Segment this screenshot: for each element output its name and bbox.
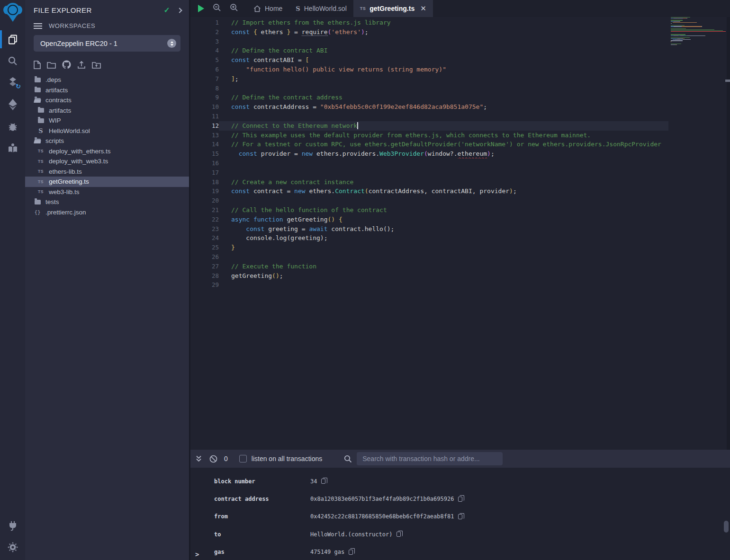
code-line[interactable]: 5const contractABI = [ xyxy=(190,55,668,65)
code-line[interactable]: 25} xyxy=(190,243,668,252)
chevron-right-icon[interactable] xyxy=(177,8,182,13)
line-number: 3 xyxy=(190,37,219,46)
code-line[interactable]: 17 xyxy=(190,168,668,178)
code-line[interactable]: 26 xyxy=(190,252,668,262)
check-icon[interactable]: ✓ xyxy=(164,6,170,15)
code-line[interactable]: 3 xyxy=(190,37,668,46)
file-name: WIP xyxy=(49,117,61,124)
file-tree-item[interactable]: artifacts xyxy=(25,106,189,116)
settings-icon[interactable] xyxy=(0,536,25,558)
copy-icon[interactable] xyxy=(458,497,462,502)
code-line[interactable]: 19const contract = new ethers.Contract(c… xyxy=(190,187,668,196)
zoom-out-icon[interactable] xyxy=(213,3,221,14)
debugger-icon[interactable] xyxy=(0,116,25,137)
code-text xyxy=(219,196,668,205)
remix-logo-icon[interactable] xyxy=(0,0,25,25)
terminal-prompt[interactable]: > xyxy=(195,551,199,558)
github-icon[interactable] xyxy=(62,60,71,69)
file-explorer-icon[interactable] xyxy=(0,28,25,50)
code-line[interactable]: 7]; xyxy=(190,74,668,84)
code-text xyxy=(219,159,668,168)
code-line[interactable]: 24 console.log(greeting); xyxy=(190,233,668,243)
code-text: // This example uses the default provide… xyxy=(219,131,668,140)
code-line[interactable]: 22async function getGreeting() { xyxy=(190,215,668,224)
code-line[interactable]: 29 xyxy=(190,280,668,290)
file-tree-item[interactable]: artifacts xyxy=(25,85,189,96)
unit-testing-icon[interactable] xyxy=(0,137,25,159)
copy-icon[interactable] xyxy=(458,514,462,519)
file-tree-item[interactable]: TSgetGreeting.ts xyxy=(25,177,189,187)
workspace-menu-icon[interactable] xyxy=(34,26,42,27)
run-script-icon[interactable] xyxy=(198,5,204,12)
file-tree-item[interactable]: scripts xyxy=(25,136,189,146)
tab-helloworld-sol[interactable]: SHelloWorld.sol xyxy=(289,0,353,17)
code-line[interactable]: 1// Import ethers from the ethers.js lib… xyxy=(190,18,668,27)
file-tree-item[interactable]: TSdeploy_with_web3.ts xyxy=(25,156,189,167)
file-name: contracts xyxy=(45,97,72,104)
code-text xyxy=(219,37,668,46)
code-line[interactable]: 8 xyxy=(190,84,668,93)
code-line[interactable]: 23 const greeting = await contract.hello… xyxy=(190,224,668,234)
deploy-run-icon[interactable] xyxy=(0,94,25,116)
search-icon[interactable] xyxy=(0,50,25,72)
file-tree-item[interactable]: TSdeploy_with_ethers.ts xyxy=(25,146,189,157)
file-name: getGreeting.ts xyxy=(49,178,89,185)
file-tree-item[interactable]: .deps xyxy=(25,75,189,85)
code-line[interactable]: 20 xyxy=(190,196,668,205)
folder-icon xyxy=(38,118,44,123)
code-text: // Import ethers from the ethers.js libr… xyxy=(219,18,668,27)
copy-icon[interactable] xyxy=(349,550,353,555)
code-line[interactable]: 13// This example uses the default provi… xyxy=(190,131,668,140)
code-text: } xyxy=(219,243,668,252)
workspace-select-toggle-icon[interactable] xyxy=(167,39,176,48)
code-line[interactable]: 18// Create a new contract instance xyxy=(190,178,668,187)
file-tree-item[interactable]: contracts xyxy=(25,95,189,106)
terminal-scrollbar[interactable] xyxy=(724,521,729,533)
clear-console-icon[interactable] xyxy=(209,455,217,463)
terminal-search-input[interactable] xyxy=(357,452,503,465)
code-line[interactable]: 11 xyxy=(190,112,668,121)
upload-file-icon[interactable] xyxy=(77,61,86,69)
collapse-terminal-icon[interactable] xyxy=(195,455,202,462)
copy-icon[interactable] xyxy=(321,479,325,484)
upload-folder-icon[interactable] xyxy=(92,61,101,69)
code-line[interactable]: 28getGreeting(); xyxy=(190,271,668,281)
activity-bar: ↻ xyxy=(0,0,25,560)
file-name: ethers-lib.ts xyxy=(49,168,82,175)
line-number: 24 xyxy=(190,233,219,243)
code-editor[interactable]: 1// Import ethers from the ethers.js lib… xyxy=(190,17,730,450)
code-line[interactable]: 21// Call the hello function of the cont… xyxy=(190,205,668,215)
solidity-compiler-icon[interactable]: ↻ xyxy=(0,72,25,94)
folder-open-icon xyxy=(35,98,41,103)
folder-icon xyxy=(35,200,41,204)
new-folder-icon[interactable] xyxy=(47,61,56,69)
copy-icon[interactable] xyxy=(397,532,401,537)
tab-getgreeting-ts[interactable]: TSgetGreeting.ts✕ xyxy=(353,0,433,17)
code-line[interactable]: 6 "function hello() public view returns … xyxy=(190,65,668,74)
code-line[interactable]: 12// Connect to the Ethereum network xyxy=(190,121,668,131)
code-line[interactable]: 10const contractAddress = "0xb54febb5c0c… xyxy=(190,102,668,112)
code-line[interactable]: 15 const provider = new ethers.providers… xyxy=(190,149,668,159)
code-line[interactable]: 14// For a testnet or custom RPC, use et… xyxy=(190,140,668,149)
new-file-icon[interactable] xyxy=(34,61,41,69)
file-tree-item[interactable]: TSethers-lib.ts xyxy=(25,167,189,177)
minimap[interactable] xyxy=(671,17,726,46)
code-line[interactable]: 4// Define the contract ABI xyxy=(190,46,668,55)
editor-scrollbar[interactable] xyxy=(727,17,730,450)
file-tree-item[interactable]: SHelloWorld.sol xyxy=(25,126,189,136)
code-line[interactable]: 16 xyxy=(190,159,668,168)
code-line[interactable]: 27// Execute the function xyxy=(190,262,668,271)
listen-transactions-checkbox[interactable] xyxy=(239,455,247,462)
code-line[interactable]: 9// Define the contract address xyxy=(190,93,668,102)
plugin-manager-icon[interactable] xyxy=(0,515,25,536)
tab-home[interactable]: Home xyxy=(247,0,289,17)
file-tree-item[interactable]: tests xyxy=(25,197,189,207)
close-icon[interactable]: ✕ xyxy=(420,4,426,13)
zoom-in-icon[interactable] xyxy=(230,3,238,14)
file-tree-item[interactable]: {}.prettierrc.json xyxy=(25,207,189,218)
file-tree-item[interactable]: WIP xyxy=(25,116,189,126)
file-tree-item[interactable]: TSweb3-lib.ts xyxy=(25,187,189,197)
line-number: 20 xyxy=(190,196,219,205)
workspace-select[interactable]: OpenZeppelin ERC20 - 1 xyxy=(34,35,180,52)
code-line[interactable]: 2const { ethers } = require('ethers'); xyxy=(190,27,668,37)
